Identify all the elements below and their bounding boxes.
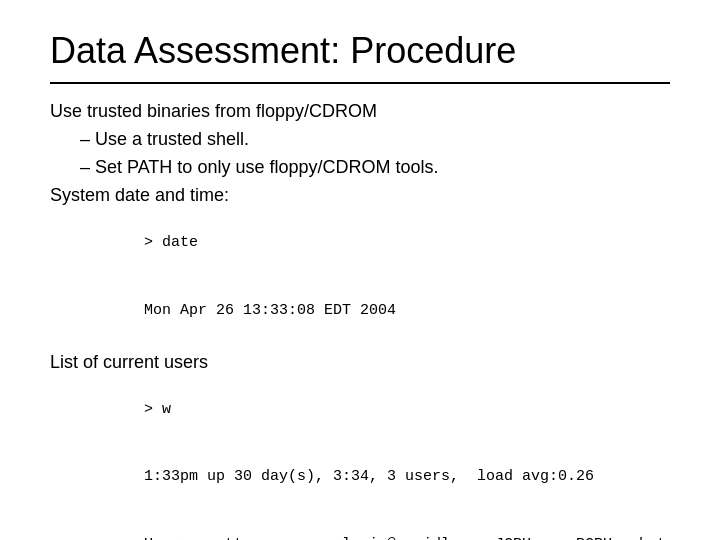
slide: Data Assessment: Procedure Use trusted b… bbox=[0, 0, 720, 540]
line-trusted-binaries: Use trusted binaries from floppy/CDROM bbox=[50, 98, 670, 126]
date-output-block: Mon Apr 26 13:33:08 EDT 2004 bbox=[90, 277, 670, 345]
line-set-path: – Set PATH to only use floppy/CDROM tool… bbox=[80, 154, 670, 182]
users-header: List of current users bbox=[50, 349, 670, 377]
date-command-block: > date bbox=[90, 210, 670, 278]
date-output: Mon Apr 26 13:33:08 EDT 2004 bbox=[144, 302, 396, 319]
slide-content: Use trusted binaries from floppy/CDROM –… bbox=[50, 98, 670, 540]
w-output-line1: 1:33pm up 30 day(s), 3:34, 3 users, load… bbox=[90, 444, 670, 512]
w-output-header: User tty login@ idle JCPU PCPU what bbox=[90, 511, 670, 540]
w-command-block: > w bbox=[90, 376, 670, 444]
w-load-line: 1:33pm up 30 day(s), 3:34, 3 users, load… bbox=[144, 468, 594, 485]
w-command: > w bbox=[144, 401, 171, 418]
line-system-date: System date and time: bbox=[50, 182, 670, 210]
line-trusted-shell: – Use a trusted shell. bbox=[80, 126, 670, 154]
title-divider bbox=[50, 82, 670, 84]
w-header-row: User tty login@ idle JCPU PCPU what bbox=[144, 536, 666, 540]
date-command: > date bbox=[144, 234, 198, 251]
slide-title: Data Assessment: Procedure bbox=[50, 30, 670, 72]
